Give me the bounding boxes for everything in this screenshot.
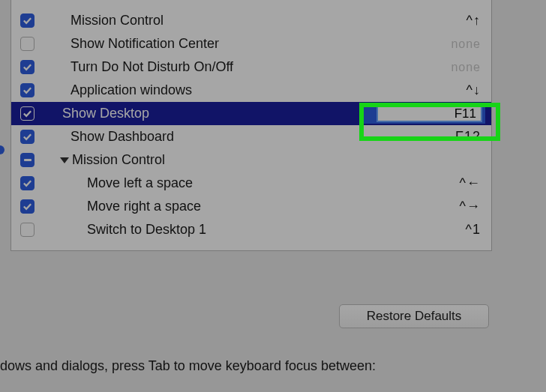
shortcut-label: Move left a space — [87, 175, 436, 191]
shortcut-label: Move right a space — [87, 199, 436, 214]
restore-defaults-button[interactable]: Restore Defaults — [339, 304, 489, 328]
shortcut-row[interactable]: Mission Control^↑ — [11, 9, 491, 32]
shortcut-label: Mission Control — [70, 13, 436, 28]
shortcut-label: Show Notification Center — [70, 36, 436, 52]
shortcut-row[interactable]: Switch to Desktop 1^1 — [11, 218, 491, 241]
shortcut-label: Turn Do Not Disturb On/Off — [70, 59, 436, 75]
shortcut-row[interactable]: Show DashboardF12 — [11, 125, 491, 148]
shortcut-key[interactable]: none — [436, 61, 481, 74]
shortcut-row[interactable]: Show Notification Centernone — [11, 32, 491, 55]
shortcut-key[interactable]: none — [436, 37, 481, 51]
shortcut-checkbox[interactable] — [20, 60, 34, 74]
shortcut-key[interactable]: ^↓ — [436, 82, 481, 98]
shortcut-row[interactable]: Move right a space^→ — [11, 195, 491, 218]
shortcut-row[interactable]: Turn Do Not Disturb On/Offnone — [11, 55, 491, 79]
shortcut-editor-wrap: F11 — [363, 103, 485, 124]
shortcut-row[interactable]: Mission Control — [11, 148, 491, 172]
shortcut-checkbox[interactable] — [20, 37, 34, 51]
shortcut-row[interactable]: Show DesktopF11 — [11, 102, 491, 125]
shortcut-checkbox[interactable] — [20, 153, 34, 167]
shortcut-checkbox[interactable] — [20, 223, 34, 237]
shortcut-key[interactable]: ^← — [436, 175, 481, 191]
shortcut-input[interactable]: F11 — [376, 106, 482, 122]
shortcut-checkbox[interactable] — [20, 199, 34, 214]
footer-hint-text: ndows and dialogs, press Tab to move key… — [0, 358, 376, 374]
shortcut-row[interactable]: Application windows^↓ — [11, 79, 491, 102]
shortcut-key[interactable]: ^↑ — [436, 13, 481, 28]
shortcut-checkbox[interactable] — [20, 83, 34, 97]
shortcuts-panel: Mission Control^↑Show Notification Cente… — [10, 0, 492, 251]
shortcut-checkbox[interactable] — [20, 106, 34, 121]
indicator-dot — [0, 145, 4, 154]
shortcut-row[interactable]: Move left a space^← — [11, 172, 491, 195]
shortcut-key[interactable]: ^1 — [436, 222, 481, 238]
shortcut-key[interactable]: ^→ — [436, 199, 481, 214]
shortcut-checkbox[interactable] — [20, 13, 34, 28]
shortcut-key[interactable]: F12 — [436, 129, 481, 145]
disclosure-triangle-icon[interactable] — [60, 157, 69, 163]
shortcut-label: Application windows — [70, 82, 436, 98]
shortcut-label: Switch to Desktop 1 — [87, 222, 436, 238]
shortcut-label: Show Dashboard — [70, 129, 436, 145]
shortcut-label: Mission Control — [60, 152, 481, 168]
shortcut-checkbox[interactable] — [20, 176, 34, 190]
shortcut-checkbox[interactable] — [20, 130, 34, 144]
